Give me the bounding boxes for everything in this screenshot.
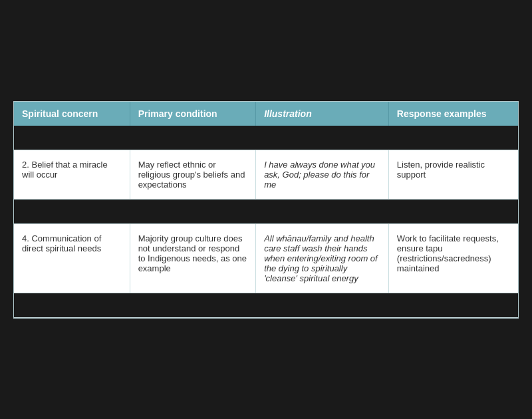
table-row: 4. Communication of direct spiritual nee… — [14, 223, 518, 293]
spacer-row-middle — [14, 199, 518, 223]
concern-cell-row2: 2. Belief that a miracle will occur — [14, 150, 130, 199]
spacer-row-bottom — [14, 293, 518, 317]
concern-text-row2: Belief that a miracle will occur — [22, 160, 108, 180]
row-number: 2. — [22, 160, 29, 170]
table-row: 2. Belief that a miracle will occur May … — [14, 150, 518, 199]
response-cell-row4: Work to facilitate requests, ensure tapu… — [388, 223, 518, 293]
illustration-cell-row4: All whānau/family and health care staff … — [256, 223, 389, 293]
header-primary-condition: Primary condition — [130, 102, 256, 126]
header-spiritual-concern: Spiritual concern — [14, 102, 130, 126]
response-cell-row2: Listen, provide realistic support — [388, 150, 518, 199]
spacer-row-top — [14, 126, 518, 150]
primary-cell-row4: Majority group culture does not understa… — [130, 223, 256, 293]
header-response-examples: Response examples — [388, 102, 518, 126]
spiritual-concerns-table: Spiritual concern Primary condition Illu… — [13, 101, 519, 319]
header-illustration: Illustration — [256, 102, 389, 126]
table-header-row: Spiritual concern Primary condition Illu… — [14, 102, 518, 126]
concern-cell-row4: 4. Communication of direct spiritual nee… — [14, 223, 130, 293]
concern-text-row4: Communication of direct spiritual needs — [22, 233, 101, 253]
illustration-cell-row2: I have always done what you ask, God; pl… — [256, 150, 389, 199]
primary-cell-row2: May reflect ethnic or religious group's … — [130, 150, 256, 199]
row-number: 4. — [22, 233, 29, 243]
